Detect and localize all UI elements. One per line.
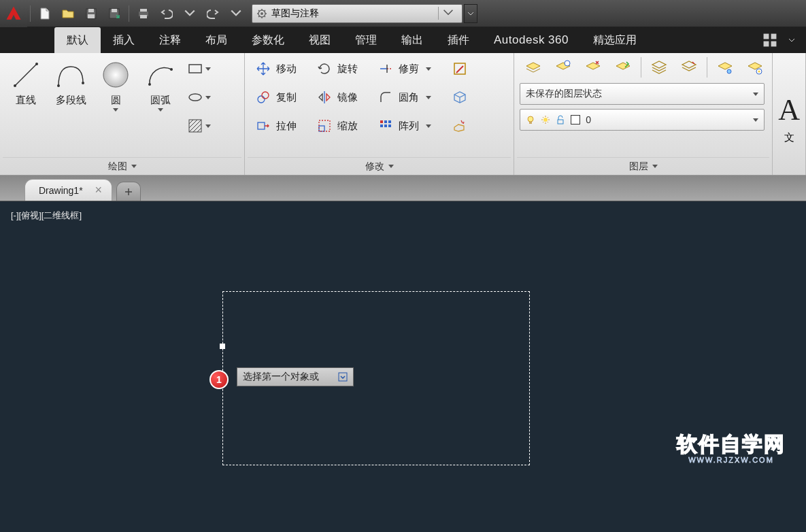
ribbon: 直线 多段线 圆 圆弧 绘图 bbox=[0, 53, 806, 176]
app-logo[interactable] bbox=[0, 0, 27, 27]
scale-button[interactable]: 缩放 bbox=[312, 113, 363, 139]
layer-current-dropdown[interactable]: 0 bbox=[520, 109, 765, 131]
tab-manage[interactable]: 管理 bbox=[343, 27, 389, 53]
svg-rect-7 bbox=[140, 15, 147, 18]
layer-state-dropdown[interactable]: 未保存的图层状态 bbox=[520, 83, 765, 105]
panel-modify-title[interactable]: 修改 bbox=[248, 157, 511, 175]
rectangle-button[interactable] bbox=[185, 56, 212, 82]
panel-layers: 未保存的图层状态 0 图层 bbox=[514, 53, 773, 175]
svg-rect-35 bbox=[388, 124, 391, 127]
polyline-button[interactable]: 多段线 bbox=[50, 56, 91, 110]
svg-point-17 bbox=[57, 84, 60, 87]
svg-rect-33 bbox=[380, 124, 383, 127]
properties-button[interactable] bbox=[446, 56, 473, 82]
tab-layout[interactable]: 布局 bbox=[193, 27, 239, 53]
selection-handle[interactable] bbox=[220, 344, 225, 349]
layer-lock-icon[interactable] bbox=[609, 56, 637, 79]
stretch-button[interactable]: 拉伸 bbox=[250, 113, 302, 139]
svg-rect-2 bbox=[88, 14, 95, 18]
fillet-button[interactable]: 圆角 bbox=[373, 84, 437, 110]
tab-default[interactable]: 默认 bbox=[54, 27, 101, 53]
tab-output[interactable]: 输出 bbox=[389, 27, 435, 53]
workspace-dropdown[interactable]: 草图与注释 bbox=[252, 4, 463, 23]
svg-rect-22 bbox=[189, 65, 201, 73]
hatch-button[interactable] bbox=[185, 113, 212, 139]
svg-point-25 bbox=[258, 96, 265, 103]
annotation-badge: 1 bbox=[209, 370, 229, 389]
qat-expand-icon[interactable] bbox=[464, 4, 477, 23]
undo-icon[interactable] bbox=[156, 3, 178, 24]
svg-point-26 bbox=[262, 92, 269, 99]
sun-icon bbox=[541, 115, 550, 124]
svg-rect-12 bbox=[764, 41, 769, 47]
panel-layers-title[interactable]: 图层 bbox=[517, 157, 769, 175]
tab-featured[interactable]: 精选应用 bbox=[581, 27, 649, 53]
svg-point-16 bbox=[35, 63, 38, 65]
layer-uniso-icon[interactable] bbox=[675, 56, 703, 79]
undo-dropdown-icon[interactable] bbox=[179, 3, 201, 24]
viewport-label[interactable]: [-][俯视][二维线框] bbox=[11, 210, 82, 222]
tab-annotate[interactable]: 注释 bbox=[147, 27, 193, 53]
layer-off-icon[interactable] bbox=[550, 56, 577, 79]
array-button[interactable]: 阵列 bbox=[373, 113, 437, 139]
apps-icon[interactable] bbox=[762, 33, 777, 48]
layer-match-icon[interactable] bbox=[711, 56, 739, 79]
redo-dropdown-icon[interactable] bbox=[225, 3, 247, 24]
svg-rect-27 bbox=[258, 122, 265, 129]
command-prompt[interactable]: 选择第一个对象或 bbox=[237, 367, 354, 386]
tab-insert[interactable]: 插入 bbox=[101, 27, 147, 53]
trim-button[interactable]: 修剪 bbox=[373, 56, 437, 82]
quick-access-toolbar: 草图与注释 bbox=[0, 0, 806, 27]
close-icon[interactable]: × bbox=[95, 183, 103, 197]
tab-parametric[interactable]: 参数化 bbox=[239, 27, 297, 53]
mirror-button[interactable]: 镜像 bbox=[312, 84, 363, 110]
line-button[interactable]: 直线 bbox=[5, 56, 46, 110]
chevron-down-icon[interactable] bbox=[784, 33, 799, 48]
new-tab-button[interactable] bbox=[116, 182, 141, 201]
svg-point-9 bbox=[261, 12, 263, 15]
drawing-canvas[interactable]: [-][俯视][二维线框] 1 选择第一个对象或 软件自学网 WWW.RJZXW… bbox=[0, 201, 806, 532]
svg-rect-44 bbox=[558, 120, 563, 124]
layer-prev-icon[interactable] bbox=[741, 56, 769, 79]
copy-button[interactable]: 复制 bbox=[250, 84, 302, 110]
svg-rect-32 bbox=[388, 120, 391, 123]
layer-iso-icon[interactable] bbox=[645, 56, 673, 79]
box-button[interactable] bbox=[446, 84, 473, 110]
svg-rect-11 bbox=[771, 34, 777, 39]
panel-draw: 直线 多段线 圆 圆弧 绘图 bbox=[0, 53, 245, 175]
print-icon[interactable] bbox=[133, 3, 154, 24]
layer-freeze-icon[interactable] bbox=[580, 56, 607, 79]
explode-button[interactable] bbox=[446, 113, 473, 139]
panel-text: A 文 bbox=[773, 53, 806, 175]
file-tab-bar: Drawing1* × bbox=[0, 176, 806, 201]
layer-props-icon[interactable] bbox=[520, 56, 547, 79]
arc-button[interactable]: 圆弧 bbox=[140, 56, 181, 114]
circle-button[interactable]: 圆 bbox=[95, 56, 136, 114]
svg-point-15 bbox=[14, 84, 16, 87]
svg-point-41 bbox=[528, 116, 533, 122]
ribbon-tabs: 默认 插入 注释 布局 参数化 视图 管理 输出 插件 Autodesk 360… bbox=[0, 27, 806, 53]
file-tab[interactable]: Drawing1* × bbox=[24, 179, 112, 201]
svg-rect-4 bbox=[112, 9, 117, 12]
new-file-icon[interactable] bbox=[34, 3, 56, 24]
svg-point-38 bbox=[727, 69, 731, 73]
redo-icon[interactable] bbox=[202, 3, 224, 24]
open-file-icon[interactable] bbox=[57, 3, 79, 24]
tab-addins[interactable]: 插件 bbox=[435, 27, 482, 53]
svg-rect-34 bbox=[384, 124, 387, 127]
svg-rect-30 bbox=[380, 120, 383, 123]
dropdown-icon[interactable] bbox=[338, 372, 348, 382]
ellipse-button[interactable] bbox=[185, 84, 212, 110]
text-button[interactable]: A bbox=[778, 93, 800, 127]
svg-point-21 bbox=[170, 68, 173, 71]
svg-point-19 bbox=[103, 63, 128, 87]
rotate-button[interactable]: 旋转 bbox=[312, 56, 363, 82]
save-as-icon[interactable] bbox=[103, 3, 125, 24]
panel-modify: 移动 复制 拉伸 旋转 镜像 缩放 修剪 圆角 阵列 修改 bbox=[245, 53, 514, 175]
move-button[interactable]: 移动 bbox=[250, 56, 302, 82]
tab-autodesk360[interactable]: Autodesk 360 bbox=[482, 27, 581, 53]
tab-view[interactable]: 视图 bbox=[297, 27, 343, 53]
panel-draw-title[interactable]: 绘图 bbox=[3, 157, 241, 175]
svg-point-43 bbox=[543, 118, 548, 122]
save-icon[interactable] bbox=[80, 3, 102, 24]
